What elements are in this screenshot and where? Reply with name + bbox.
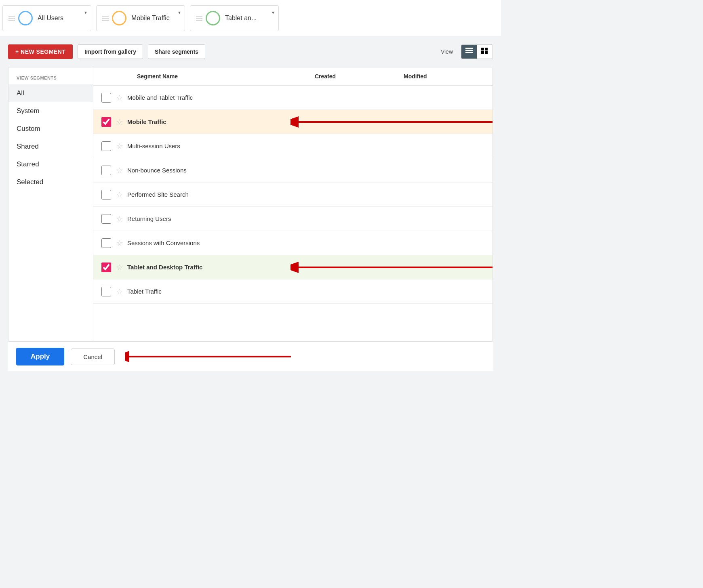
row-checkbox-2[interactable] (101, 117, 111, 127)
segment-name-tablet: Tablet an... (225, 15, 273, 22)
top-segment-bar: All Users ▾ Mobile Traffic ▾ Tablet an..… (0, 0, 501, 36)
star-icon-6[interactable]: ☆ (116, 214, 123, 224)
star-icon-4[interactable]: ☆ (116, 166, 123, 175)
table-row: ☆ Multi-session Users (93, 134, 493, 158)
col-header-modified: Modified (404, 73, 484, 80)
list-view-button[interactable] (461, 45, 477, 59)
segment-pill-all-users[interactable]: All Users ▾ (2, 5, 91, 31)
row-name-2: Mobile Traffic (127, 118, 315, 125)
svg-rect-3 (481, 48, 484, 50)
row-name-6: Returning Users (127, 215, 315, 222)
drag-handle (196, 16, 202, 21)
chevron-down-icon: ▾ (178, 10, 181, 15)
sidebar-item-custom-label: Custom (17, 125, 40, 132)
segment-circle-tablet (206, 11, 220, 25)
cancel-button[interactable]: Cancel (71, 349, 115, 365)
list-view-icon (465, 48, 473, 54)
bottom-bar: Apply Cancel (8, 342, 493, 371)
table-row: ☆ Tablet Traffic (93, 279, 493, 304)
table-row: ☆ Returning Users (93, 207, 493, 231)
view-toggle (461, 44, 493, 59)
star-icon-8[interactable]: ☆ (116, 262, 123, 272)
row-name-5: Performed Site Search (127, 191, 315, 198)
sidebar-item-system[interactable]: System (8, 102, 93, 120)
main-content: + NEW SEGMENT Import from gallery Share … (0, 36, 501, 379)
star-icon-5[interactable]: ☆ (116, 190, 123, 200)
segment-circle-all-users (18, 11, 33, 25)
sidebar-item-custom[interactable]: Custom (8, 120, 93, 138)
col-header-name: Segment Name (137, 73, 315, 80)
row-name-1: Mobile and Tablet Traffic (127, 94, 315, 101)
sidebar-item-starred[interactable]: Starred (8, 155, 93, 173)
svg-rect-0 (465, 48, 473, 49)
sidebar-item-shared[interactable]: Shared (8, 138, 93, 155)
col-header-created: Created (315, 73, 404, 80)
chevron-down-icon: ▾ (84, 10, 87, 15)
panel-layout: VIEW SEGMENTS All System Custom Shared S… (8, 67, 493, 342)
sidebar-item-system-label: System (17, 107, 40, 115)
table-row: ☆ Performed Site Search (93, 183, 493, 207)
star-icon-1[interactable]: ☆ (116, 93, 123, 103)
row-name-4: Non-bounce Sessions (127, 167, 315, 174)
row-checkbox-7[interactable] (101, 238, 111, 248)
table-row: ☆ Non-bounce Sessions (93, 158, 493, 183)
sidebar-section-label: VIEW SEGMENTS (8, 76, 93, 84)
row-name-7: Sessions with Conversions (127, 239, 315, 246)
star-icon-9[interactable]: ☆ (116, 287, 123, 296)
svg-rect-5 (481, 51, 484, 54)
grid-view-icon (481, 48, 488, 54)
svg-rect-4 (485, 48, 488, 50)
segment-name-mobile-traffic: Mobile Traffic (131, 15, 179, 22)
star-icon-3[interactable]: ☆ (116, 141, 123, 151)
table-header: Segment Name Created Modified (93, 67, 493, 86)
star-icon-2[interactable]: ☆ (116, 117, 123, 127)
svg-rect-2 (465, 52, 473, 53)
table-row: ☆ Mobile and Tablet Traffic (93, 86, 493, 110)
segments-table: Segment Name Created Modified ☆ Mobile a… (93, 67, 493, 341)
svg-rect-1 (465, 50, 473, 51)
star-icon-7[interactable]: ☆ (116, 238, 123, 248)
row-checkbox-5[interactable] (101, 190, 111, 200)
toolbar: + NEW SEGMENT Import from gallery Share … (8, 44, 493, 59)
table-row-tablet-desktop: ☆ Tablet and Desktop Traffic (93, 255, 493, 279)
svg-rect-6 (485, 51, 488, 54)
annotation-arrow-apply (125, 348, 295, 365)
row-checkbox-8[interactable] (101, 262, 111, 272)
sidebar-item-selected-label: Selected (17, 178, 43, 186)
drag-handle (102, 16, 109, 21)
table-row: ☆ Sessions with Conversions (93, 231, 493, 255)
chevron-down-icon: ▾ (272, 10, 274, 15)
row-8-container: ☆ Tablet and Desktop Traffic (93, 255, 493, 279)
drag-handle (8, 16, 15, 21)
row-checkbox-9[interactable] (101, 287, 111, 296)
share-segments-button[interactable]: Share segments (148, 44, 205, 59)
row-2-container: ☆ Mobile Traffic (93, 110, 493, 134)
sidebar-item-starred-label: Starred (17, 160, 39, 168)
row-name-9: Tablet Traffic (127, 288, 315, 295)
view-label: View (441, 48, 453, 55)
import-from-gallery-button[interactable]: Import from gallery (78, 44, 143, 59)
segment-pill-tablet[interactable]: Tablet an... ▾ (190, 5, 279, 31)
grid-view-button[interactable] (477, 45, 493, 59)
row-name-3: Multi-session Users (127, 143, 315, 149)
segment-pill-mobile-traffic[interactable]: Mobile Traffic ▾ (96, 5, 185, 31)
sidebar-item-selected[interactable]: Selected (8, 173, 93, 191)
apply-button[interactable]: Apply (16, 348, 64, 365)
sidebar-item-all-label: All (17, 89, 24, 97)
sidebar: VIEW SEGMENTS All System Custom Shared S… (8, 67, 93, 341)
row-name-8: Tablet and Desktop Traffic (127, 264, 315, 271)
row-checkbox-6[interactable] (101, 214, 111, 224)
row-checkbox-4[interactable] (101, 166, 111, 175)
sidebar-item-shared-label: Shared (17, 143, 39, 150)
segment-circle-mobile-traffic (112, 11, 126, 25)
table-row-mobile-traffic: ☆ Mobile Traffic (93, 110, 493, 134)
row-checkbox-3[interactable] (101, 141, 111, 151)
segment-name-all-users: All Users (38, 15, 85, 22)
sidebar-item-all[interactable]: All (8, 84, 93, 102)
new-segment-button[interactable]: + NEW SEGMENT (8, 44, 73, 59)
row-checkbox-1[interactable] (101, 93, 111, 103)
